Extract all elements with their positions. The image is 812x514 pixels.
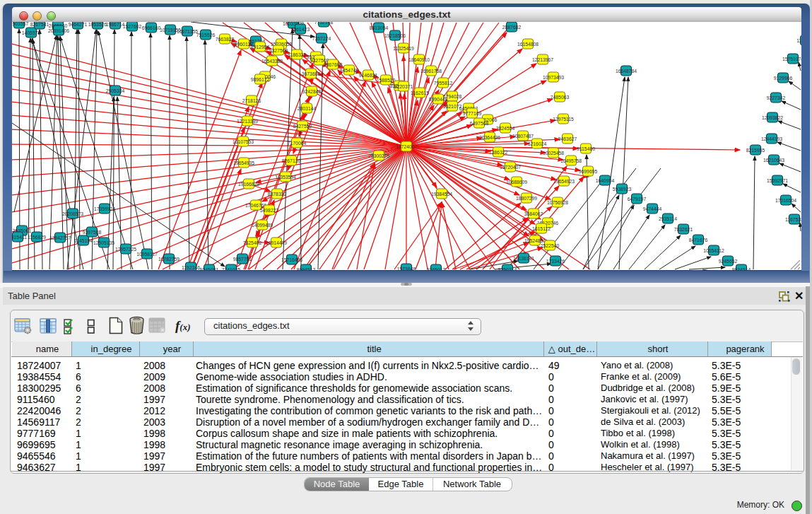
svg-text:7625402: 7625402 bbox=[243, 240, 262, 245]
svg-text:10958117: 10958117 bbox=[136, 252, 158, 257]
svg-text:7485063: 7485063 bbox=[551, 95, 570, 100]
svg-text:12505135: 12505135 bbox=[93, 240, 114, 245]
svg-text:19654923: 19654923 bbox=[553, 179, 575, 184]
svg-text:16671355: 16671355 bbox=[177, 29, 198, 34]
svg-text:2803144: 2803144 bbox=[298, 106, 317, 111]
svg-text:8813054: 8813054 bbox=[370, 25, 389, 30]
svg-text:12213389: 12213389 bbox=[237, 119, 258, 124]
svg-text:16782759: 16782759 bbox=[158, 257, 180, 262]
svg-text:10756928: 10756928 bbox=[547, 200, 568, 205]
svg-text:9777169: 9777169 bbox=[463, 111, 482, 116]
svg-text:8471676: 8471676 bbox=[689, 238, 708, 243]
svg-text:9896172: 9896172 bbox=[251, 77, 270, 82]
svg-text:7955812: 7955812 bbox=[434, 81, 453, 86]
svg-text:8427552: 8427552 bbox=[293, 124, 312, 129]
svg-text:19524851: 19524851 bbox=[524, 238, 546, 243]
svg-text:1145194: 1145194 bbox=[74, 238, 93, 243]
svg-text:20364436: 20364436 bbox=[479, 135, 500, 140]
svg-text:9463627: 9463627 bbox=[558, 136, 577, 141]
svg-text:9245652: 9245652 bbox=[719, 259, 738, 264]
svg-text:7832621: 7832621 bbox=[674, 227, 693, 232]
svg-text:7515526: 7515526 bbox=[196, 33, 216, 37]
svg-text:16914479: 16914479 bbox=[266, 240, 287, 245]
svg-text:15692971: 15692971 bbox=[767, 178, 788, 183]
svg-text:2935114: 2935114 bbox=[659, 216, 677, 221]
svg-text:12213967: 12213967 bbox=[532, 57, 553, 62]
svg-text:1156829: 1156829 bbox=[28, 235, 46, 240]
svg-text:8215955: 8215955 bbox=[746, 148, 765, 153]
svg-text:1167533: 1167533 bbox=[785, 217, 801, 222]
svg-text:16495758: 16495758 bbox=[560, 158, 582, 163]
svg-text:6216024: 6216024 bbox=[528, 141, 547, 146]
svg-text:11353594: 11353594 bbox=[275, 175, 296, 180]
svg-text:1986714: 1986714 bbox=[106, 22, 125, 27]
svg-text:16648784: 16648784 bbox=[616, 69, 637, 74]
svg-text:18724007: 18724007 bbox=[396, 144, 417, 149]
svg-text:8878332: 8878332 bbox=[268, 192, 287, 197]
svg-text:1162615: 1162615 bbox=[411, 90, 429, 95]
svg-text:1615112: 1615112 bbox=[532, 226, 551, 231]
svg-text:9857791: 9857791 bbox=[233, 257, 252, 262]
svg-text:3824554: 3824554 bbox=[496, 126, 515, 131]
svg-text:9146821: 9146821 bbox=[359, 73, 378, 78]
svg-text:9129966: 9129966 bbox=[774, 76, 793, 81]
svg-text:20691406: 20691406 bbox=[48, 28, 69, 33]
svg-text:1733426: 1733426 bbox=[546, 259, 565, 264]
svg-text:12444193: 12444193 bbox=[761, 136, 782, 141]
svg-text:9242848: 9242848 bbox=[302, 89, 322, 94]
svg-text:10807487: 10807487 bbox=[512, 134, 534, 139]
svg-text:8454749: 8454749 bbox=[340, 68, 359, 73]
svg-text:19218506: 19218506 bbox=[384, 33, 406, 38]
svg-text:15751074: 15751074 bbox=[782, 57, 801, 62]
svg-text:9327500: 9327500 bbox=[269, 48, 288, 53]
svg-text:7170064: 7170064 bbox=[288, 141, 307, 146]
svg-text:9397588: 9397588 bbox=[83, 230, 102, 235]
svg-text:14136141: 14136141 bbox=[513, 256, 534, 261]
svg-text:8220371: 8220371 bbox=[394, 84, 413, 89]
svg-text:17359924: 17359924 bbox=[94, 206, 115, 211]
svg-text:19166829: 19166829 bbox=[238, 182, 259, 187]
svg-text:1405572: 1405572 bbox=[22, 30, 41, 35]
svg-text:9464271: 9464271 bbox=[69, 22, 88, 27]
svg-text:25300275: 25300275 bbox=[368, 153, 389, 158]
svg-text:6479197: 6479197 bbox=[628, 197, 647, 201]
svg-text:8861423: 8861423 bbox=[291, 27, 310, 32]
svg-text:7357224: 7357224 bbox=[312, 36, 331, 41]
svg-text:9115460: 9115460 bbox=[577, 146, 595, 151]
svg-text:12942757: 12942757 bbox=[49, 235, 71, 240]
svg-text:3684067: 3684067 bbox=[524, 211, 543, 216]
svg-text:15716485: 15716485 bbox=[281, 257, 302, 262]
svg-text:2522540: 2522540 bbox=[541, 243, 560, 248]
svg-text:1527602: 1527602 bbox=[123, 24, 142, 29]
svg-text:1117204: 1117204 bbox=[796, 38, 801, 43]
svg-text:1588520: 1588520 bbox=[377, 78, 396, 83]
svg-text:1903557: 1903557 bbox=[12, 22, 28, 26]
svg-text:16210643: 16210643 bbox=[763, 158, 784, 163]
svg-text:1053526: 1053526 bbox=[88, 22, 107, 27]
svg-text:6794028: 6794028 bbox=[443, 94, 462, 99]
svg-text:9699695: 9699695 bbox=[579, 169, 598, 174]
svg-text:8267541: 8267541 bbox=[30, 22, 49, 27]
svg-text:10025458: 10025458 bbox=[543, 151, 564, 156]
svg-text:19384554: 19384554 bbox=[431, 192, 452, 197]
svg-text:16543382: 16543382 bbox=[261, 59, 283, 64]
svg-text:2718126: 2718126 bbox=[242, 98, 261, 103]
svg-text:16154808: 16154808 bbox=[517, 42, 539, 47]
svg-text:10688609: 10688609 bbox=[506, 180, 527, 185]
svg-text:17957225: 17957225 bbox=[115, 247, 136, 252]
svg-text:10654112: 10654112 bbox=[703, 248, 724, 253]
svg-text:12975115: 12975115 bbox=[553, 117, 574, 122]
svg-text:17016504: 17016504 bbox=[775, 198, 796, 203]
svg-text:2905334: 2905334 bbox=[106, 88, 125, 93]
svg-text:8912954: 8912954 bbox=[251, 45, 270, 49]
svg-text:3673685: 3673685 bbox=[302, 71, 321, 76]
svg-text:5938923: 5938923 bbox=[613, 187, 632, 192]
svg-text:2887682: 2887682 bbox=[502, 25, 522, 30]
svg-text:14099489: 14099489 bbox=[252, 223, 273, 228]
svg-text:1640954: 1640954 bbox=[596, 178, 615, 183]
svg-text:11325419: 11325419 bbox=[393, 46, 414, 51]
svg-text:7752148: 7752148 bbox=[314, 22, 334, 25]
svg-text:6966160: 6966160 bbox=[142, 25, 161, 30]
svg-text:12093822: 12093822 bbox=[762, 115, 783, 120]
svg-text:9227342: 9227342 bbox=[767, 95, 786, 100]
